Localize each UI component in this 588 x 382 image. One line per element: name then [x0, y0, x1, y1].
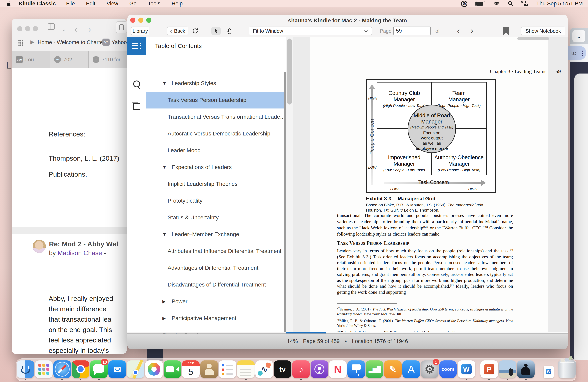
- apple-menu-icon[interactable]: [6, 1, 11, 7]
- partial-pill[interactable]: te ⋮: [568, 46, 587, 60]
- toc-item[interactable]: Attributes that Influence Differential T…: [146, 243, 286, 260]
- favorites-play-icon[interactable]: ▶: [30, 39, 34, 45]
- dock-photos[interactable]: [145, 359, 163, 381]
- back-button[interactable]: ‹ Back: [167, 27, 188, 35]
- dock-settings[interactable]: 1⚙: [420, 359, 439, 381]
- dock-trash[interactable]: [558, 359, 576, 381]
- forward-icon[interactable]: ›: [88, 25, 91, 34]
- dock-notes[interactable]: [237, 359, 255, 381]
- menu-view[interactable]: View: [106, 0, 118, 7]
- horizontal-scroll-thumb[interactable]: [517, 37, 549, 40]
- dock-podcasts[interactable]: [310, 359, 329, 381]
- spotlight-search-icon[interactable]: [508, 1, 513, 7]
- dock-zoom[interactable]: zoom: [439, 359, 457, 381]
- next-page-button[interactable]: ›: [469, 26, 475, 36]
- dock-contacts[interactable]: [200, 359, 218, 381]
- dock-launchpad[interactable]: [35, 359, 53, 381]
- toc-item[interactable]: ▼Expectations of Leaders: [146, 159, 286, 176]
- previous-page-button[interactable]: ‹: [456, 26, 461, 36]
- dock-maps[interactable]: [126, 359, 145, 381]
- dock-reminders[interactable]: [218, 359, 237, 381]
- chevron-collapsed-icon[interactable]: ▶: [162, 316, 166, 321]
- toc-rail-button[interactable]: [127, 37, 146, 55]
- reader-icon[interactable]: [116, 21, 126, 33]
- wifi-icon[interactable]: [493, 1, 500, 7]
- toc-item[interactable]: Advantages of Differential Treatment: [146, 260, 286, 276]
- dock-word[interactable]: W: [457, 359, 476, 381]
- toc-item[interactable]: ▼Leadership Styles: [146, 75, 286, 92]
- hand-tool-icon[interactable]: [225, 27, 234, 35]
- dock-appstore[interactable]: A: [402, 359, 420, 381]
- author-link[interactable]: Madison Chase: [58, 249, 102, 257]
- dock-numbers[interactable]: ▂▅█: [365, 359, 384, 381]
- dock-messages[interactable]: 10: [90, 359, 108, 381]
- active-app-name[interactable]: Kindle Classic: [19, 0, 56, 7]
- toc-item[interactable]: Disadvantages of Differential Treatment: [146, 276, 286, 293]
- dock-facetime[interactable]: [163, 359, 182, 381]
- back-icon[interactable]: ‹: [74, 25, 77, 34]
- toc-item[interactable]: Status & Uncertainty: [146, 209, 286, 226]
- dock-minidoc[interactable]: W: [539, 359, 558, 381]
- chevron-expanded-icon[interactable]: ▼: [162, 81, 167, 86]
- avatar[interactable]: [33, 240, 46, 253]
- dock-chrome[interactable]: [71, 359, 90, 381]
- toc-item[interactable]: ▼Leader–Member Exchange: [146, 226, 286, 243]
- card-view-icon[interactable]: [127, 103, 146, 110]
- sidebar-icon[interactable]: [48, 23, 55, 31]
- menubar-clock[interactable]: Thu Sep 5 5:51 PM: [536, 0, 583, 7]
- favorite-home[interactable]: Home - Welcome to Charter: [38, 39, 105, 46]
- menu-file[interactable]: File: [66, 0, 75, 7]
- cursor-tool-icon[interactable]: [211, 27, 221, 35]
- battery-icon[interactable]: [475, 1, 485, 6]
- chevron-collapsed-icon[interactable]: ▶: [162, 299, 166, 304]
- toc-item[interactable]: Task Versus Person Leadership: [146, 92, 286, 109]
- toc-item[interactable]: Transactional Versus Transformational Le…: [146, 109, 286, 125]
- grammarly-icon[interactable]: G: [461, 0, 467, 7]
- kebab-menu-icon[interactable]: ⋮: [580, 50, 586, 57]
- menu-tools[interactable]: Tools: [148, 0, 160, 7]
- bookmark-icon[interactable]: [504, 27, 509, 35]
- toc-item[interactable]: Autocratic Versus Democratic Leadership: [146, 125, 286, 142]
- yahoo-icon[interactable]: y!: [102, 38, 110, 46]
- dock-kindle-app[interactable]: [517, 359, 535, 381]
- browser-tab[interactable]: ∞7110 for...: [89, 51, 126, 68]
- dock-calendar[interactable]: SEP5: [182, 359, 200, 381]
- toc-item[interactable]: ▶Participative Management: [146, 310, 286, 327]
- menu-help[interactable]: Help: [172, 0, 183, 7]
- chevron-down-button[interactable]: ⌄: [572, 30, 585, 42]
- library-button[interactable]: Library: [131, 27, 149, 35]
- zoom-window-icon[interactable]: [33, 26, 38, 31]
- close-icon[interactable]: [17, 26, 22, 31]
- dock-preview[interactable]: [498, 359, 517, 381]
- dock-freeform[interactable]: ∿: [255, 359, 273, 381]
- browser-tab[interactable]: ∞702...: [50, 51, 88, 68]
- favorite-yahoo[interactable]: Yahoo!: [112, 39, 126, 46]
- toc-item[interactable]: Implicit Leadership Theories: [146, 176, 286, 192]
- chevron-down-icon[interactable]: ⌄: [62, 26, 66, 32]
- refresh-icon[interactable]: [190, 27, 200, 35]
- menu-edit[interactable]: Edit: [86, 0, 95, 7]
- page-scrollbar-thumb[interactable]: [287, 38, 292, 104]
- dock-safari[interactable]: [53, 359, 71, 381]
- zoom-mode-select[interactable]: Fit to Window: [249, 27, 372, 35]
- dock-powerpoint[interactable]: P: [480, 359, 498, 381]
- browser-tab[interactable]: LSULou...: [12, 51, 50, 68]
- chevron-expanded-icon[interactable]: ▼: [162, 232, 167, 237]
- dock-news[interactable]: N: [329, 359, 347, 381]
- dock-mail[interactable]: ✉: [108, 359, 126, 381]
- chevron-expanded-icon[interactable]: ▼: [162, 165, 167, 170]
- dock-finder[interactable]: [16, 359, 35, 381]
- minimize-icon[interactable]: [25, 26, 30, 31]
- dock-appletv[interactable]: tv: [273, 359, 292, 381]
- toc-item[interactable]: Prototypicality: [146, 192, 286, 209]
- show-notebook-button[interactable]: Show Notebook: [521, 27, 566, 35]
- menu-go[interactable]: Go: [129, 0, 137, 7]
- toc-item[interactable]: Leader Mood: [146, 142, 286, 159]
- favorites-grid-icon[interactable]: [18, 40, 24, 46]
- dock-pages[interactable]: ✎: [384, 359, 402, 381]
- search-icon[interactable]: [127, 80, 146, 87]
- toc-item[interactable]: ▶Power: [146, 293, 286, 310]
- dock-keynote[interactable]: [347, 359, 365, 381]
- page-number-input[interactable]: [393, 27, 431, 35]
- control-center-icon[interactable]: [521, 1, 528, 7]
